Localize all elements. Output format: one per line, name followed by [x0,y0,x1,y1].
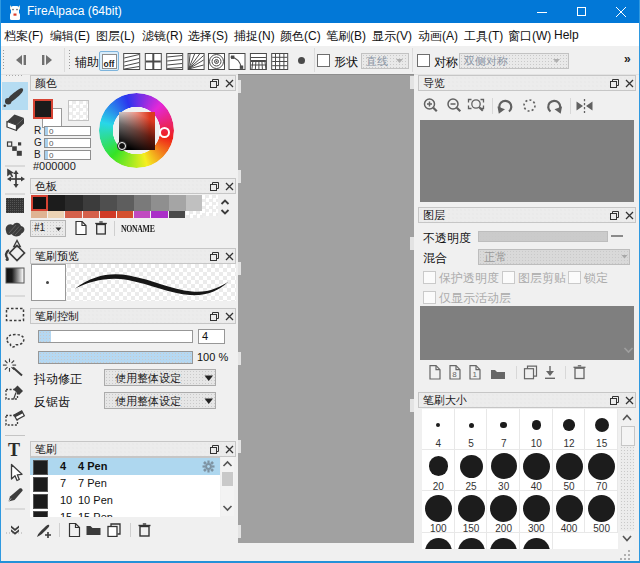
svg-text:1: 1 [473,370,478,379]
svg-text:8: 8 [452,370,457,379]
svg-text:T: T [8,440,20,460]
